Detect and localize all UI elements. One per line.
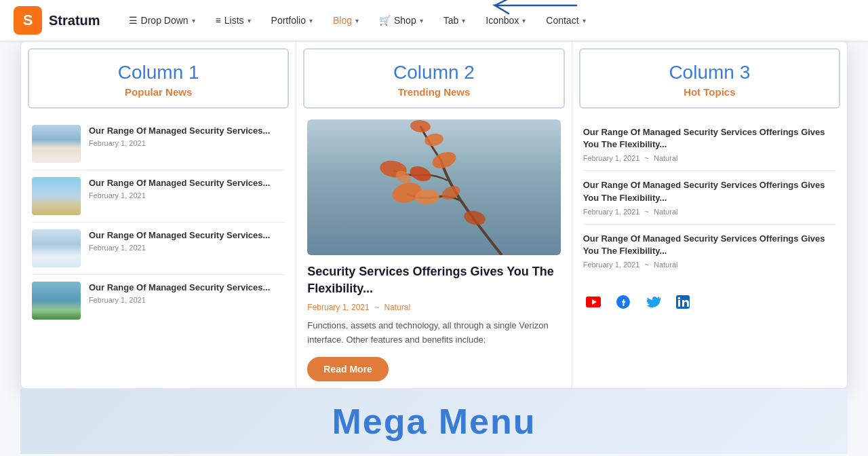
meta-separator: ~ [645,261,649,269]
social-links [572,282,847,322]
mega-menu-title-section: Mega Menu [20,389,848,454]
nav-item-shop[interactable]: 🛒 Shop ▾ [371,10,431,31]
nav-item-portfolio[interactable]: Portfolio ▾ [263,10,321,31]
list-item[interactable]: Our Range Of Managed Security Services O… [583,225,836,277]
nav-item-iconbox[interactable]: Iconbox ▾ [477,10,534,31]
article-date: February 1, 2021 [89,139,285,147]
list-item[interactable]: Our Range Of Managed Security Services..… [32,118,285,170]
chevron-down-icon: ▾ [192,17,195,24]
featured-meta: February 1, 2021 ~ Natural [307,303,560,312]
col3-subtitle: Hot Topics [591,86,828,98]
thumbnail [32,282,81,320]
chevron-down-icon: ▾ [462,17,465,24]
brand-name: Stratum [49,13,100,28]
article-meta: February 1, 2021 ~ Natural [583,208,836,216]
mega-menu: Column 1 Popular News Our Range Of Manag… [20,41,848,389]
article-category: Natural [654,261,677,269]
mega-menu-backdrop: Column 1 Popular News Our Range Of Manag… [0,41,868,454]
svg-point-6 [424,132,445,148]
column-3: Column 3 Hot Topics Our Range Of Managed… [572,41,847,388]
col1-title: Column 1 [40,62,277,83]
meta-separator: ~ [645,208,649,216]
featured-post-title[interactable]: Security Services Offerings Gives You Th… [307,263,560,297]
svg-point-15 [677,297,680,300]
col1-header: Column 1 Popular News [28,48,289,109]
list-item[interactable]: Our Range Of Managed Security Services O… [583,171,836,224]
col3-content: Our Range Of Managed Security Services O… [572,113,847,282]
branch-illustration [339,119,529,255]
featured-image [307,119,560,255]
article-date: February 1, 2021 [583,154,640,162]
col2-content: Security Services Offerings Gives You Th… [296,113,571,388]
col2-header: Column 2 Trending News [303,48,564,109]
nav-item-tab[interactable]: Tab ▾ [435,10,474,31]
featured-category: Natural [384,303,410,312]
nav-item-lists[interactable]: ≡ Lists ▾ [208,10,259,31]
chevron-down-icon: ▾ [309,17,313,24]
thumbnail [32,125,81,163]
chevron-down-icon: ▾ [248,17,251,24]
nav-item-dropdown[interactable]: ☰ Drop Down ▾ [121,10,203,31]
col1-subtitle: Popular News [40,86,277,98]
logo[interactable]: S Stratum [14,6,100,35]
col3-header: Column 3 Hot Topics [579,48,840,109]
svg-point-5 [410,119,431,133]
mega-menu-big-title: Mega Menu [332,402,536,441]
linkedin-icon[interactable] [673,292,693,312]
col1-item-text: Our Range Of Managed Security Services..… [89,125,285,147]
article-title: Our Range Of Managed Security Services O… [583,126,836,151]
navbar: S Stratum ☰ Drop Down ▾ ≡ Lists ▾ Portfo… [0,0,868,41]
article-date: February 1, 2021 [89,191,285,200]
col1-item-text: Our Range Of Managed Security Services..… [89,177,285,200]
list-icon: ≡ [216,15,221,26]
filter-icon: ☰ [129,15,138,26]
article-date: February 1, 2021 [583,261,640,269]
svg-point-3 [408,164,433,184]
article-title: Our Range Of Managed Security Services O… [583,179,836,204]
meta-separator: ~ [374,303,379,312]
article-title: Our Range Of Managed Security Services O… [583,233,836,257]
list-item[interactable]: Our Range Of Managed Security Services..… [32,170,285,223]
chevron-down-icon: ▾ [420,17,423,24]
col1-item-text: Our Range Of Managed Security Services..… [89,282,285,304]
svg-point-7 [462,208,487,227]
twitter-icon[interactable] [643,292,663,312]
col2-subtitle: Trending News [315,86,552,98]
cart-icon: 🛒 [379,15,391,26]
article-date: February 1, 2021 [89,296,285,304]
article-date: February 1, 2021 [89,244,285,252]
col3-title: Column 3 [591,62,828,83]
thumbnail [32,177,81,215]
thumbnail [32,229,81,267]
article-meta: February 1, 2021 ~ Natural [583,261,836,269]
list-item[interactable]: Our Range Of Managed Security Services..… [32,223,285,275]
article-title: Our Range Of Managed Security Services..… [89,177,285,189]
youtube-icon[interactable] [583,292,604,312]
logo-icon: S [14,6,42,35]
article-date: February 1, 2021 [583,208,640,216]
nav-item-contact[interactable]: Contact ▾ [538,10,593,31]
column-1: Column 1 Popular News Our Range Of Manag… [21,41,296,388]
nav-items: ☰ Drop Down ▾ ≡ Lists ▾ Portfolio ▾ Blog… [121,10,854,31]
col2-title: Column 2 [315,62,552,83]
featured-date: February 1, 2021 [307,303,369,312]
col1-item-text: Our Range Of Managed Security Services..… [89,229,285,252]
meta-separator: ~ [645,154,649,162]
list-item[interactable]: Our Range Of Managed Security Services..… [32,275,285,326]
article-meta: February 1, 2021 ~ Natural [583,154,836,162]
list-item[interactable]: Our Range Of Managed Security Services O… [583,118,836,171]
facebook-icon[interactable] [613,292,633,312]
featured-excerpt: Functions, assets and technology, all th… [307,319,560,347]
col1-items: Our Range Of Managed Security Services..… [21,113,296,332]
article-title: Our Range Of Managed Security Services..… [89,125,285,137]
read-more-button[interactable]: Read More [307,357,389,381]
chevron-down-icon: ▾ [583,17,586,24]
article-category: Natural [654,154,677,162]
chevron-down-icon: ▾ [355,17,359,24]
column-2: Column 2 Trending News [296,41,572,388]
article-title: Our Range Of Managed Security Services..… [89,229,285,242]
svg-rect-14 [678,300,680,307]
chevron-down-icon: ▾ [522,17,526,24]
article-category: Natural [654,208,677,216]
nav-item-blog[interactable]: Blog ▾ [325,10,367,31]
